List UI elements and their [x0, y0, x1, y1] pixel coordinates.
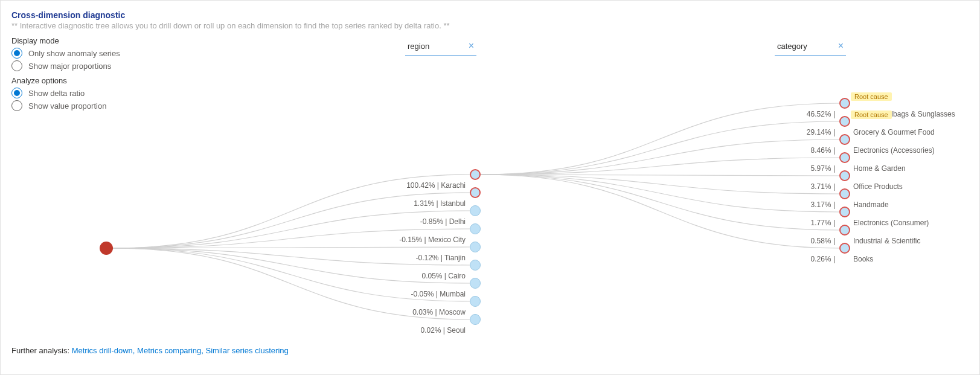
radio-label: Show major proportions	[28, 62, 111, 71]
tree-region-node[interactable]	[470, 169, 481, 180]
tree-node-label: Handmade	[853, 200, 889, 209]
tree-node-label: 46.52% |	[807, 110, 835, 118]
tree-node-label: Electronics (Accessories)	[853, 146, 935, 155]
link-similar-series-clustering[interactable]: Similar series clustering	[206, 346, 289, 355]
tree-node-label: Office Products	[853, 182, 903, 191]
radio-label: Only show anomaly series	[28, 49, 120, 58]
tree-node-label: 8.46% |	[811, 146, 835, 155]
tree-category-node[interactable]	[839, 243, 850, 254]
tree-node-label: 0.26% |	[811, 255, 835, 263]
tree-node-label: -0.12% | Tianjin	[416, 254, 466, 262]
tree-node-label: Industrial & Scientific	[853, 237, 920, 245]
tree-node-label: 1.31% | Istanbul	[414, 199, 466, 208]
tree-category-node[interactable]	[839, 116, 850, 127]
analyze-option-value-proportion[interactable]: Show value proportion	[11, 100, 168, 111]
tree-region-node[interactable]	[470, 242, 481, 252]
tree-node-label: 5.97% |	[811, 164, 835, 173]
tree-region-node[interactable]	[470, 278, 481, 289]
tree-category-node[interactable]	[839, 188, 850, 199]
tree-category-node[interactable]	[839, 207, 850, 217]
further-analysis: Further analysis: Metrics drill-down, Me…	[11, 346, 289, 355]
display-mode-option-anomaly[interactable]: Only show anomaly series	[11, 48, 168, 59]
tree-root-node[interactable]	[100, 242, 113, 255]
radio-icon	[11, 88, 22, 98]
tree-region-node[interactable]	[470, 260, 481, 271]
dimension-name: category	[777, 42, 807, 51]
tree-node-label: 3.71% |	[811, 182, 835, 191]
tree-category-node[interactable]	[839, 152, 850, 163]
tree-category-node[interactable]	[839, 170, 850, 181]
tree-node-label: 100.42% | Karachi	[406, 181, 466, 190]
dimension-header-category[interactable]: category ×	[775, 38, 846, 56]
tree-node-label: 1.77% |	[811, 219, 835, 227]
tree-category-node[interactable]	[839, 134, 850, 145]
tree-region-node[interactable]	[470, 223, 481, 234]
root-cause-badge: Root cause	[851, 92, 892, 101]
tree-category-node[interactable]	[839, 98, 850, 109]
analyze-options-label: Analyze options	[11, 76, 168, 85]
tree-node-label: Shoes Handbags & Sunglasses	[853, 110, 955, 118]
radio-label: Show value proportion	[28, 101, 106, 111]
display-mode-option-proportions[interactable]: Show major proportions	[11, 60, 168, 71]
radio-icon	[11, 60, 22, 71]
tree-node-label: -0.15% | Mexico City	[399, 236, 466, 244]
analyze-option-delta-ratio[interactable]: Show delta ratio	[11, 88, 168, 98]
tree-node-label: Grocery & Gourmet Food	[853, 128, 935, 136]
tree-node-label: 0.05% | Cairo	[422, 272, 466, 280]
controls-panel: Display mode Only show anomaly series Sh…	[11, 36, 168, 111]
root-cause-badge: Root cause	[851, 111, 892, 119]
tree-node-label: -0.85% | Delhi	[420, 217, 466, 226]
dimension-name: region	[408, 42, 429, 51]
tree-node-label: 0.58% |	[811, 237, 835, 245]
tree-region-node[interactable]	[470, 296, 481, 307]
tree-region-node[interactable]	[470, 187, 481, 198]
tree-node-label: Home & Garden	[853, 164, 906, 173]
panel-subtitle: ** Interactive diagnostic tree allows yo…	[11, 21, 969, 30]
tree-category-node[interactable]	[839, 225, 850, 236]
link-metrics-comparing[interactable]: Metrics comparing	[137, 346, 201, 355]
tree-node-label: Books	[853, 255, 873, 263]
tree-region-node[interactable]	[470, 205, 481, 216]
link-metrics-drilldown[interactable]: Metrics drill-down	[72, 346, 133, 355]
tree-node-label: 3.17% |	[811, 200, 835, 209]
tree-region-node[interactable]	[470, 314, 481, 325]
panel-title: Cross-dimension diagnostic	[11, 10, 969, 20]
close-icon[interactable]: ×	[469, 42, 474, 50]
tree-node-label: -0.05% | Mumbai	[411, 290, 466, 298]
radio-label: Show delta ratio	[28, 89, 85, 98]
display-mode-label: Display mode	[11, 36, 168, 45]
radio-icon	[11, 100, 22, 111]
further-analysis-prefix: Further analysis:	[11, 346, 72, 355]
tree-node-label: 0.03% | Moscow	[412, 308, 466, 316]
tree-node-label: 0.02% | Seoul	[420, 326, 466, 335]
dimension-header-region[interactable]: region ×	[405, 38, 476, 56]
diagnostic-card: Cross-dimension diagnostic ** Interactiv…	[0, 0, 980, 375]
close-icon[interactable]: ×	[838, 42, 844, 50]
radio-icon	[11, 48, 22, 59]
tree-node-label: Electronics (Consumer)	[853, 219, 929, 227]
tree-node-label: 29.14% |	[807, 128, 835, 136]
